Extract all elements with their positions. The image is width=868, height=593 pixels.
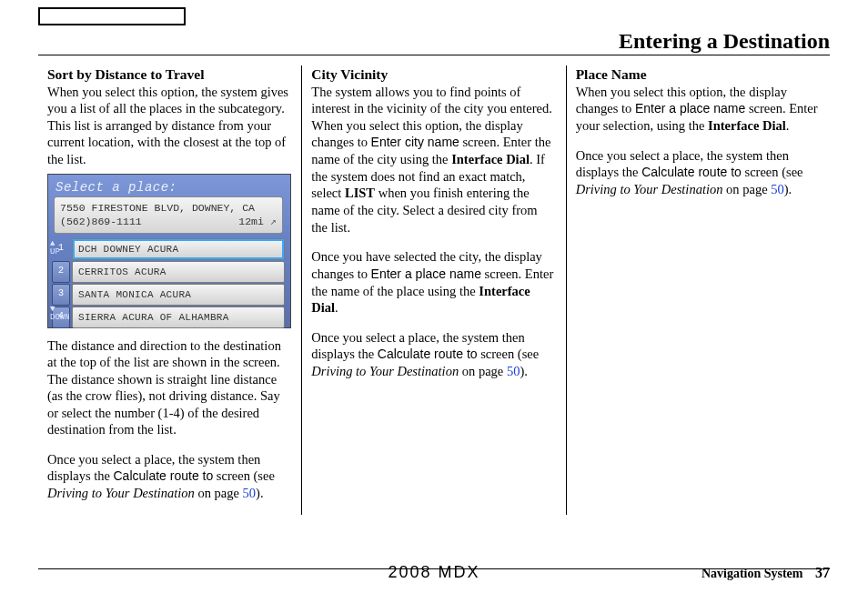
footer-label-text: Navigation System bbox=[701, 567, 803, 580]
heading-sort-distance: Sort by Distance to Travel bbox=[47, 65, 292, 84]
page-title: Entering a Destination bbox=[619, 27, 830, 55]
footer-page-number: 37 bbox=[815, 565, 830, 580]
nav-row-4: 4 SIERRA ACURA OF ALHAMBRA bbox=[52, 307, 285, 328]
heading-city-vicinity: City Vicinity bbox=[311, 65, 556, 84]
nav-row-num: 2 bbox=[52, 261, 70, 283]
horizontal-rule bbox=[38, 55, 830, 55]
col1-para2: The distance and direction to the destin… bbox=[47, 337, 292, 438]
text: on page bbox=[722, 182, 771, 196]
ui-text-enter-city-name: Enter city name bbox=[371, 135, 459, 149]
col1-para3: Once you select a place, the system then… bbox=[47, 451, 292, 502]
nav-row-label: SIERRA ACURA OF ALHAMBRA bbox=[72, 307, 285, 328]
text: on page bbox=[195, 486, 243, 500]
column-2: City Vicinity The system allows you to f… bbox=[301, 65, 565, 515]
top-empty-box bbox=[38, 7, 186, 25]
nav-direction-arrow-icon: ↗ bbox=[270, 216, 277, 228]
nav-row-num: 3 bbox=[52, 284, 70, 306]
ref-driving-destination: Driving to Your Destination bbox=[576, 182, 723, 196]
nav-address: 7550 FIRESTONE BLVD, DOWNEY, CA bbox=[60, 201, 277, 216]
text: screen (see bbox=[742, 165, 803, 179]
bold-list: LIST bbox=[345, 186, 375, 200]
column-1: Sort by Distance to Travel When you sele… bbox=[38, 65, 301, 515]
ui-text-enter-place-name: Enter a place name bbox=[635, 101, 745, 116]
nav-row-num: 1 bbox=[52, 238, 70, 260]
nav-distance: 12mi bbox=[238, 216, 264, 227]
nav-info-panel: 7550 FIRESTONE BLVD, DOWNEY, CA (562)869… bbox=[54, 196, 283, 235]
nav-down-icon: ▼DOWN bbox=[50, 306, 70, 322]
column-3: Place Name When you select this option, … bbox=[566, 65, 830, 515]
page-link-50[interactable]: 50 bbox=[507, 364, 520, 378]
bold-interface-dial: Interface Dial bbox=[451, 152, 530, 166]
ui-text-calculate-route: Calculate route to bbox=[378, 347, 478, 361]
page-link-50[interactable]: 50 bbox=[771, 182, 784, 196]
ref-driving-destination: Driving to Your Destination bbox=[311, 364, 459, 378]
heading-place-name: Place Name bbox=[576, 65, 821, 84]
footer: 2008 MDX Navigation System 37 bbox=[38, 568, 830, 573]
page-link-50[interactable]: 50 bbox=[243, 486, 257, 500]
text: . bbox=[786, 118, 790, 133]
text: screen (see bbox=[213, 468, 275, 483]
text: on page bbox=[459, 364, 507, 378]
nav-screen-title: Select a place: bbox=[56, 180, 177, 196]
text: . bbox=[335, 300, 338, 315]
nav-row-3: 3 SANTA MONICA ACURA bbox=[52, 284, 285, 306]
col1-para1: When you select this option, the system … bbox=[47, 84, 292, 168]
nav-result-list: 1 DCH DOWNEY ACURA 2 CERRITOS ACURA 3 SA… bbox=[52, 238, 285, 324]
ref-driving-destination: Driving to Your Destination bbox=[47, 486, 195, 500]
text: screen (see bbox=[478, 347, 540, 361]
nav-row-label: SANTA MONICA ACURA bbox=[72, 284, 285, 306]
ui-text-enter-place-name: Enter a place name bbox=[371, 266, 481, 281]
nav-phone: (562)869-1111 bbox=[60, 215, 142, 229]
ui-text-calculate-route: Calculate route to bbox=[641, 165, 742, 179]
text: ). bbox=[256, 486, 263, 500]
col3-para1: When you select this option, the display… bbox=[576, 84, 821, 135]
col2-para2: Once you have selected the city, the dis… bbox=[311, 248, 556, 317]
ui-text-calculate-route: Calculate route to bbox=[114, 468, 214, 483]
col2-para1: The system allows you to find points of … bbox=[311, 84, 556, 236]
footer-section-label: Navigation System 37 bbox=[701, 564, 830, 582]
content-columns: Sort by Distance to Travel When you sele… bbox=[38, 65, 830, 515]
nav-row-1: 1 DCH DOWNEY ACURA bbox=[52, 238, 285, 260]
bold-interface-dial: Interface Dial bbox=[708, 118, 786, 133]
nav-screenshot: Select a place: 7550 FIRESTONE BLVD, DOW… bbox=[47, 174, 291, 328]
nav-row-label: CERRITOS ACURA bbox=[72, 261, 285, 283]
col3-para2: Once you select a place, the system then… bbox=[576, 147, 821, 198]
text: ). bbox=[520, 364, 527, 378]
nav-row-2: 2 CERRITOS ACURA bbox=[52, 261, 285, 283]
col2-para3: Once you select a place, the system then… bbox=[311, 329, 556, 380]
text: ). bbox=[784, 182, 792, 196]
nav-row-label: DCH DOWNEY ACURA bbox=[72, 238, 285, 260]
